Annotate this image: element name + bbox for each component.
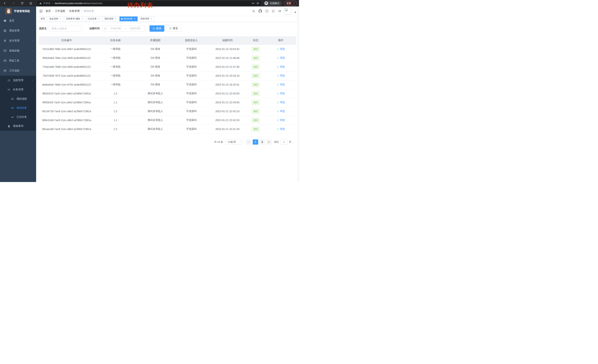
column-header-6: 操作 bbox=[265, 36, 296, 45]
sidebar-item-11[interactable]: 请假查询 bbox=[0, 121, 36, 131]
status-badge: 激活 bbox=[252, 47, 260, 52]
cell-process: OA 请假 bbox=[137, 54, 174, 62]
approve-link[interactable]: 审批 bbox=[277, 47, 285, 51]
approve-link[interactable]: 审批 bbox=[277, 110, 285, 113]
forward-icon[interactable] bbox=[11, 1, 16, 6]
browser-update-button[interactable]: 更新 bbox=[284, 1, 297, 6]
approve-link[interactable]: 审批 bbox=[277, 92, 285, 95]
approve-link[interactable]: 审批 bbox=[277, 83, 285, 86]
pagination: 共 16 条 10条/页 12 前往 页 bbox=[39, 139, 296, 145]
page-button-2[interactable]: 2 bbox=[259, 139, 265, 145]
cell-process: 测试多审批人 bbox=[137, 89, 174, 98]
tab-item-4[interactable]: 我的流程× bbox=[103, 16, 119, 21]
sidebar-item-9[interactable]: 待办任务 bbox=[0, 103, 36, 112]
not-secure-label: 不安全 bbox=[43, 2, 50, 5]
cell-task-id: 75d72608-7b7f-11ec-a3c8-acde48001122 bbox=[39, 71, 94, 80]
tab-item-3[interactable]: 已办任务× bbox=[86, 16, 102, 21]
table-row: 725a1eb6-7b88-11ec-8ef0-acde48001122一级审批… bbox=[39, 62, 296, 71]
table-row: 580e1b3d-7ac8-11ec-a9e2-a2380e71991a1.1测… bbox=[39, 116, 296, 125]
cell-initiator: 芋道源码 bbox=[174, 116, 209, 125]
next-page-button[interactable] bbox=[266, 139, 272, 145]
date-range-picker[interactable]: 开始日期 - 结束日期 bbox=[102, 25, 145, 32]
tab-close-icon[interactable]: × bbox=[98, 18, 100, 20]
tab-item-6[interactable]: 流程详情× bbox=[139, 16, 154, 21]
status-badge: 激活 bbox=[252, 65, 260, 69]
briefcase-icon bbox=[3, 69, 7, 73]
cell-created: 2022-01-22 18:25:41 bbox=[209, 80, 246, 89]
table-header-row: 任务编号任务名称所属流程流程发起人创建时间状态操作 bbox=[39, 36, 296, 45]
approve-link[interactable]: 审批 bbox=[277, 127, 285, 131]
incognito-label: 无痕模式 bbox=[270, 2, 279, 5]
approve-link[interactable]: 审批 bbox=[277, 101, 285, 104]
sidebar-item-5[interactable]: 工作流程 bbox=[0, 66, 36, 76]
key-icon[interactable] bbox=[252, 2, 255, 5]
cell-task-id: 8f059c03-7ac8-11ec-a9e2-a2380e71991a bbox=[39, 98, 94, 107]
cell-process: 测试多审批人 bbox=[137, 125, 174, 133]
home-icon[interactable] bbox=[28, 1, 33, 6]
sidebar-item-10[interactable]: 已办任务 bbox=[0, 112, 36, 121]
sidebar-collapse-icon[interactable] bbox=[39, 9, 43, 13]
breadcrumb-item-1[interactable]: 工作流程 bbox=[55, 9, 65, 13]
sidebar-item-1[interactable]: ⚙系统管理 bbox=[0, 26, 36, 36]
tab-item-1[interactable]: 发起流程× bbox=[48, 16, 63, 21]
prev-page-button[interactable] bbox=[246, 139, 252, 145]
status-badge: 激活 bbox=[252, 118, 260, 123]
search-button[interactable]: 搜索 bbox=[150, 25, 164, 32]
sidebar-item-4[interactable]: 研发工具 bbox=[0, 56, 36, 66]
edit-pen-icon bbox=[277, 74, 279, 77]
cell-created: 2022-01-21 22:43:55 bbox=[209, 89, 246, 98]
tab-close-icon[interactable]: × bbox=[81, 18, 83, 20]
font-size-icon[interactable]: TT bbox=[278, 10, 281, 13]
status-badge: 激活 bbox=[252, 109, 260, 114]
tab-close-icon[interactable]: × bbox=[114, 18, 117, 20]
tab-close-icon[interactable]: × bbox=[133, 18, 136, 20]
reset-button[interactable]: 重置 bbox=[166, 25, 181, 32]
page-size-select[interactable]: 10条/页 bbox=[226, 139, 243, 145]
tab-close-icon[interactable]: × bbox=[59, 18, 62, 20]
help-icon[interactable]: ? bbox=[265, 10, 268, 13]
back-icon[interactable] bbox=[2, 1, 7, 6]
scrollbar-track[interactable] bbox=[298, 7, 299, 182]
table-row: 8f0d1619-7ac8-11ec-a9e2-a2380e71991a1.2测… bbox=[39, 89, 296, 98]
approve-link[interactable]: 审批 bbox=[277, 119, 285, 122]
approve-link[interactable]: 审批 bbox=[277, 56, 285, 60]
avatar-caret-icon[interactable] bbox=[294, 12, 296, 13]
eye-closed-icon bbox=[11, 115, 14, 119]
chevron-down-icon bbox=[31, 40, 33, 42]
app-logo-row[interactable]: 芋道管理系统 bbox=[0, 7, 36, 16]
github-icon[interactable] bbox=[259, 9, 262, 13]
start-date-placeholder: 开始日期 bbox=[108, 27, 124, 30]
tab-item-0[interactable]: 首页 bbox=[39, 16, 47, 21]
breadcrumb-item-2[interactable]: 任务管理 bbox=[69, 9, 80, 13]
reload-icon[interactable] bbox=[20, 1, 25, 6]
breadcrumb-item-0[interactable]: 首页 bbox=[46, 9, 51, 13]
process-name-input[interactable] bbox=[49, 25, 82, 32]
edit-pen-icon bbox=[277, 92, 279, 95]
avatar[interactable] bbox=[284, 8, 291, 15]
sidebar-item-label: 研发工具 bbox=[9, 59, 29, 62]
cell-process: 测试多审批人 bbox=[137, 107, 174, 116]
sidebar-item-2[interactable]: ¥支付管理 bbox=[0, 36, 36, 46]
tab-item-5[interactable]: 待办任务× bbox=[119, 16, 138, 21]
sidebar-item-7[interactable]: 任务管理 bbox=[0, 85, 36, 94]
goto-page-input[interactable] bbox=[280, 139, 288, 145]
sidebar-item-8[interactable]: 我的流程 bbox=[0, 94, 36, 103]
kebab-menu-icon[interactable] bbox=[293, 2, 295, 4]
status-badge: 激活 bbox=[252, 91, 260, 96]
fullscreen-icon[interactable] bbox=[272, 9, 275, 13]
cell-process: OA 请假 bbox=[137, 80, 174, 89]
approve-link[interactable]: 审批 bbox=[277, 74, 285, 77]
status-badge: 激活 bbox=[252, 127, 260, 132]
sidebar-item-6[interactable]: 流程管理 bbox=[0, 76, 36, 85]
bookmark-star-icon[interactable] bbox=[256, 2, 259, 5]
refresh-icon bbox=[169, 27, 172, 30]
tab-close-icon[interactable]: × bbox=[150, 18, 153, 20]
approve-link[interactable]: 审批 bbox=[277, 65, 285, 68]
cell-task-id: a6aba0a4-7b6d-11ec-b781-acde48001122 bbox=[39, 80, 94, 89]
cell-initiator: 芋道源码 bbox=[174, 62, 209, 71]
sidebar-item-0[interactable]: 首页 bbox=[0, 16, 36, 26]
tab-item-2[interactable]: 流程表单-编辑× bbox=[64, 16, 85, 21]
page-button-1[interactable]: 1 bbox=[253, 139, 258, 145]
sidebar-item-3[interactable]: 基础设施 bbox=[0, 46, 36, 56]
search-icon[interactable] bbox=[252, 9, 256, 13]
